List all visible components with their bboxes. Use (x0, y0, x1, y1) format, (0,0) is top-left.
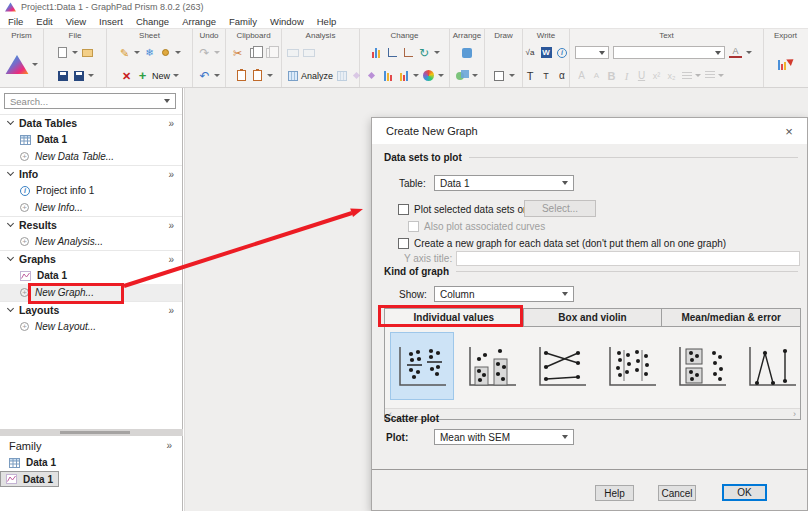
font-family-combobox[interactable] (613, 46, 725, 59)
magic-wand-icon[interactable] (365, 69, 378, 83)
equation-icon[interactable]: √a (524, 46, 537, 60)
plot-select[interactable]: Mean with SEM (434, 429, 574, 445)
greek-letter-icon[interactable]: α (556, 69, 569, 83)
thumbnail-before-after-lines[interactable] (531, 333, 593, 399)
menu-window[interactable]: Window (270, 16, 304, 27)
collapse-icon[interactable] (7, 220, 14, 227)
rotate-icon[interactable]: ↻ (418, 46, 431, 60)
results-panel2-icon[interactable] (302, 46, 315, 60)
word-export-icon[interactable]: W (540, 46, 553, 60)
superscript-icon[interactable]: x² (650, 69, 663, 83)
rotate-dropdown[interactable] (434, 51, 440, 54)
save-as-dropdown[interactable] (88, 74, 94, 77)
search-input[interactable]: Search... (4, 93, 176, 109)
results-panel-icon[interactable] (286, 46, 299, 60)
undo-dropdown[interactable] (214, 74, 220, 77)
text-tool-icon[interactable]: T (524, 69, 537, 83)
format-graph-dropdown[interactable] (413, 74, 419, 77)
thumbnail-scrollbar[interactable]: ‹ › (385, 408, 800, 419)
new-sheet-dropdown[interactable] (173, 74, 179, 77)
sidebar-item-graph-data-1[interactable]: Data 1 (0, 267, 182, 284)
show-select[interactable]: Column (434, 286, 574, 302)
subscript-icon[interactable]: x₂ (665, 69, 678, 83)
italic-icon[interactable]: I (620, 69, 633, 83)
sidebar-item-new-layout[interactable]: + New Layout... (0, 318, 182, 335)
draw-dropdown[interactable] (509, 74, 515, 77)
format-graph-icon[interactable] (397, 69, 410, 83)
expander-icon[interactable]: » (168, 220, 174, 231)
edit-sheet-dropdown[interactable] (134, 51, 140, 54)
collapse-icon[interactable] (7, 254, 14, 261)
undo-icon[interactable]: ↶ (198, 69, 211, 83)
save-as-icon[interactable] (72, 69, 85, 83)
underline-icon[interactable]: U (635, 69, 648, 83)
section-results[interactable]: Results » (0, 216, 182, 233)
expander-icon[interactable]: » (168, 169, 174, 180)
thumbnail-bar-with-points[interactable] (461, 333, 523, 399)
sidebar-item-new-info[interactable]: + New Info... (0, 199, 182, 216)
scroll-right-icon[interactable]: › (793, 410, 796, 419)
expander-icon[interactable]: » (166, 440, 172, 451)
tab-individual-values[interactable]: Individual values (384, 308, 524, 327)
table-analysis-icon[interactable] (335, 69, 348, 83)
font-shrink-icon[interactable]: A (590, 69, 603, 83)
menu-view[interactable]: View (66, 16, 86, 27)
menu-change[interactable]: Change (136, 16, 169, 27)
prism-menu-icon[interactable] (5, 55, 29, 74)
thumbnail-scatter-with-mean[interactable] (391, 333, 453, 399)
menu-insert[interactable]: Insert (99, 16, 123, 27)
paste-special-icon[interactable] (251, 69, 264, 83)
analyze-label[interactable]: Analyze (301, 71, 333, 81)
align-text-icon[interactable] (680, 69, 693, 83)
graph-axis-icon[interactable] (402, 46, 415, 60)
panel-splitter[interactable] (0, 429, 183, 436)
sidebar-item-project-info-1[interactable]: i Project info 1 (0, 182, 182, 199)
sidebar-item-new-analysis[interactable]: + New Analysis... (0, 233, 182, 250)
menu-arrange[interactable]: Arrange (182, 16, 216, 27)
new-file-dropdown[interactable] (72, 51, 78, 54)
freeze-sheet-icon[interactable]: ❄ (143, 46, 156, 60)
menu-file[interactable]: File (8, 16, 23, 27)
graph-per-dataset-checkbox[interactable] (398, 238, 409, 249)
sidebar-item-data-table-1[interactable]: Data 1 (0, 131, 182, 148)
new-sheet-icon[interactable]: + (136, 69, 149, 83)
table-select[interactable]: Data 1 (434, 175, 574, 191)
pin-sheet-dropdown[interactable] (175, 51, 181, 54)
section-data-tables[interactable]: Data Tables » (0, 114, 182, 131)
section-graphs[interactable]: Graphs » (0, 250, 182, 267)
plot-selected-label[interactable]: Plot selected data sets only (414, 203, 536, 217)
arrange-object-icon[interactable] (461, 46, 474, 60)
ok-button[interactable]: OK (722, 484, 767, 501)
close-icon[interactable]: × (781, 123, 797, 139)
family-item-data-table[interactable]: Data 1 (0, 454, 181, 471)
redo-icon[interactable]: ↷ (198, 46, 211, 60)
expander-icon[interactable]: » (168, 254, 174, 265)
open-file-icon[interactable] (81, 46, 94, 60)
help-button[interactable]: Help (595, 485, 634, 501)
wand-analysis-icon[interactable] (350, 69, 363, 83)
section-layouts[interactable]: Layouts » (0, 301, 182, 318)
sidebar-item-new-data-table[interactable]: + New Data Table... (0, 148, 182, 165)
paste-dropdown[interactable] (267, 74, 273, 77)
arrange-shapes-icon[interactable] (456, 69, 469, 83)
info-note-icon[interactable]: i (556, 46, 569, 60)
menu-edit[interactable]: Edit (36, 16, 52, 27)
add-data-icon[interactable] (381, 69, 394, 83)
collapse-icon[interactable] (7, 305, 14, 312)
thumbnail-box-with-points[interactable] (671, 333, 733, 399)
sidebar-item-new-graph[interactable]: + New Graph... (0, 284, 182, 301)
thumbnail-before-after-vertical[interactable] (741, 333, 803, 399)
color-scheme-icon[interactable] (422, 69, 435, 83)
align-dropdown[interactable] (695, 74, 701, 77)
save-icon[interactable] (56, 69, 69, 83)
menu-family[interactable]: Family (229, 16, 257, 27)
delete-sheet-icon[interactable]: ✕ (120, 69, 133, 83)
text-tool-small-icon[interactable]: T (540, 69, 553, 83)
cut-icon[interactable]: ✂ (231, 46, 244, 60)
graph-per-dataset-label[interactable]: Create a new graph for each data set (do… (414, 237, 726, 251)
font-color-icon[interactable]: A (729, 47, 742, 58)
color-scheme-dropdown[interactable] (438, 74, 444, 77)
graph-type-icon[interactable] (370, 46, 383, 60)
edit-sheet-icon[interactable]: ✎ (118, 46, 131, 60)
axis-options-icon[interactable] (386, 46, 399, 60)
